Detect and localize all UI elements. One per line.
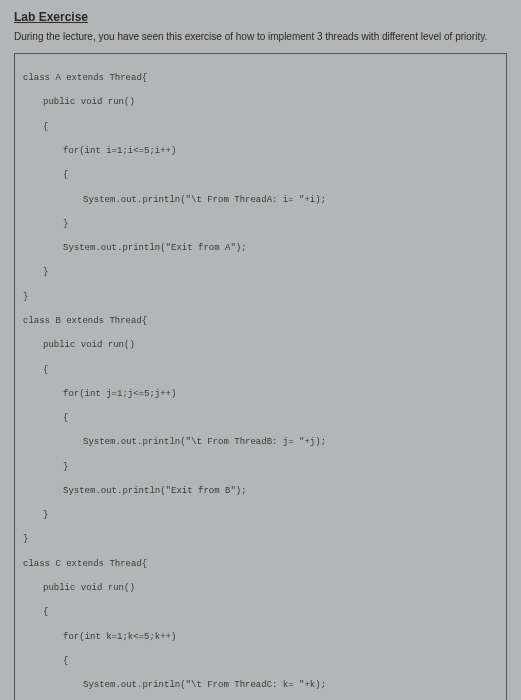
code-line: } [23,509,498,521]
code-line: for(int i=1;i<=5;i++) [23,145,498,157]
intro-text: During the lecture, you have seen this e… [14,30,507,43]
code-line: System.out.println("\t From ThreadB: j= … [23,436,498,448]
code-line: { [23,364,498,376]
code-line: System.out.println("\t From ThreadC: k= … [23,679,498,691]
code-box: class A extends Thread{ public void run(… [14,53,507,700]
code-line: System.out.println("\t From ThreadA: i= … [23,194,498,206]
code-line: { [23,412,498,424]
code-line: class A extends Thread{ [23,72,498,84]
code-line: for(int k=1;k<=5;k++) [23,631,498,643]
code-line: { [23,121,498,133]
code-line: { [23,655,498,667]
code-line: { [23,606,498,618]
code-line: public void run() [23,96,498,108]
code-line: for(int j=1;j<=5;j++) [23,388,498,400]
code-line: System.out.println("Exit from A"); [23,242,498,254]
code-line: System.out.println("Exit from B"); [23,485,498,497]
code-line: } [23,291,498,303]
code-line: public void run() [23,582,498,594]
code-line: { [23,169,498,181]
code-line: public void run() [23,339,498,351]
code-line: } [23,461,498,473]
code-line: } [23,218,498,230]
code-line: } [23,266,498,278]
code-line: class B extends Thread{ [23,315,498,327]
code-line: class C extends Thread{ [23,558,498,570]
code-line: } [23,533,498,545]
lab-heading: Lab Exercise [14,10,507,24]
